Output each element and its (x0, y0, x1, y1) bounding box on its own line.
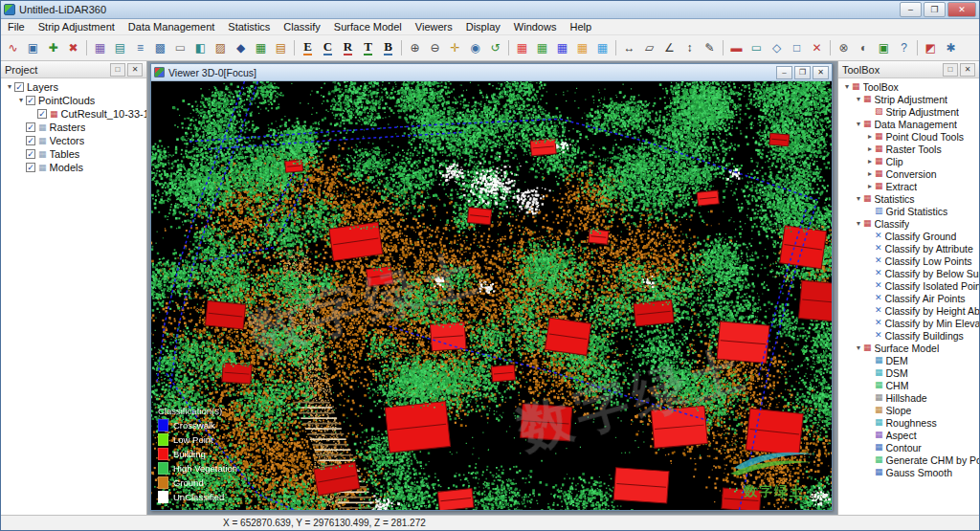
visibility-checkbox[interactable]: ✓ (26, 122, 35, 132)
collapsed-arrow-icon[interactable]: ▸ (865, 133, 875, 141)
snapshot-icon[interactable]: ▣ (874, 38, 894, 58)
measure-distance-icon[interactable]: ↔ (619, 38, 639, 58)
open-data-icon[interactable]: ▣ (23, 38, 43, 58)
new-viewer-icon[interactable]: ◩ (921, 38, 941, 58)
expanded-arrow-icon[interactable]: ▾ (854, 96, 863, 103)
panel-float-button[interactable]: □ (943, 63, 958, 77)
toolbox-item-classify-ground[interactable]: ✕Classify Ground (840, 230, 979, 242)
menu-display[interactable]: Display (459, 20, 507, 33)
project-item-tables[interactable]: ✓▦Tables (3, 147, 146, 161)
toolbox-item-classify-buildings[interactable]: ✕Classify Buildings (840, 329, 979, 342)
raster-icon[interactable]: ▤ (271, 38, 291, 58)
toolbox-item-chm[interactable]: ▦CHM (840, 379, 979, 391)
cube-view-icon[interactable]: ◧ (190, 38, 211, 58)
table-icon[interactable]: ▦ (90, 38, 110, 58)
collapsed-arrow-icon[interactable]: ▸ (865, 183, 875, 190)
render-elevation-icon[interactable]: E (298, 38, 318, 58)
toolbox-item-statistics[interactable]: ▾▦Statistics (840, 192, 979, 205)
toolbox-item-dsm[interactable]: ▦DSM (840, 366, 979, 379)
toolbox-item-classify-by-attribute[interactable]: ✕Classify by Attribute (840, 242, 979, 254)
display-by-return-icon[interactable]: ▦ (592, 38, 612, 58)
pick-point-icon[interactable]: ✎ (700, 38, 720, 58)
toolbox-item-classify-isolated-points[interactable]: ✕Classify Isolated Points (840, 279, 979, 292)
menu-windows[interactable]: Windows (507, 20, 564, 33)
expanded-arrow-icon[interactable]: ▾ (5, 83, 14, 91)
menu-data-management[interactable]: Data Management (122, 20, 222, 33)
toolbox-item-classify-by-height-above-ground[interactable]: ✕Classify by Height Above Ground (840, 304, 979, 317)
viewer-title-bar[interactable]: Viewer 3D-0[Focus] –❐✕ (151, 64, 832, 81)
toolbox-item-classify-by-min-elevation[interactable]: ✕Classify by Min Elevation (840, 317, 979, 329)
list-icon[interactable]: ≡ (130, 38, 150, 58)
visibility-checkbox[interactable]: ✓ (14, 82, 24, 92)
expanded-arrow-icon[interactable]: ▾ (854, 220, 863, 228)
render-rgb-icon[interactable]: R (338, 38, 358, 58)
camera-icon[interactable]: ◐ (854, 38, 874, 58)
measure-area-icon[interactable]: ▱ (639, 38, 659, 58)
link-viewers-icon[interactable]: ✱ (941, 38, 961, 58)
menu-surface-model[interactable]: Surface Model (327, 20, 409, 33)
expanded-arrow-icon[interactable]: ▾ (854, 121, 863, 128)
panel-float-button[interactable]: □ (110, 63, 125, 77)
display-by-rgb-icon[interactable]: ▦ (552, 38, 572, 58)
toolbox-item-strip-adjustment[interactable]: ▾▦Strip Adjustment (840, 93, 979, 105)
surface-icon[interactable]: ▦ (251, 38, 271, 58)
display-by-class-icon[interactable]: ▦ (532, 38, 552, 58)
viewer-minimize-button[interactable]: – (776, 66, 792, 79)
toolbox-item-classify[interactable]: ▾▦Classify (840, 217, 979, 230)
viewer-close-button[interactable]: ✕ (813, 66, 829, 79)
toolbox-item-roughness[interactable]: ▦Roughness (840, 416, 979, 429)
render-blend-icon[interactable]: B (378, 38, 398, 58)
toolbox-item-raster-tools[interactable]: ▸▦Raster Tools (840, 143, 979, 155)
add-data-icon[interactable]: ✚ (43, 38, 63, 58)
menu-help[interactable]: Help (563, 20, 598, 33)
toolbox-item-aspect[interactable]: ▦Aspect (840, 429, 979, 441)
project-item-rasters[interactable]: ✓▦Rasters (3, 121, 146, 134)
grid-icon[interactable]: ▩ (150, 38, 170, 58)
toolbox-item-clip[interactable]: ▸▦Clip (840, 155, 979, 167)
toolbox-item-strip-adjustment[interactable]: ▧Strip Adjustment (840, 105, 979, 118)
collapsed-arrow-icon[interactable]: ▸ (865, 170, 875, 178)
profile-tool-icon[interactable]: ▬ (726, 38, 746, 58)
toolbox-item-classify-by-below-surface[interactable]: ✕Classify by Below Surface (840, 267, 979, 279)
pan-icon[interactable]: ✛ (445, 38, 465, 58)
cross-section-icon[interactable]: ◆ (231, 38, 251, 58)
terrain-icon[interactable]: ▨ (211, 38, 231, 58)
expanded-arrow-icon[interactable]: ▾ (854, 344, 863, 352)
toolbox-item-toolbox[interactable]: ▾▦ToolBox (840, 80, 979, 93)
toolbox-item-surface-model[interactable]: ▾▦Surface Model (840, 342, 979, 354)
close-button[interactable]: ✕ (947, 2, 976, 17)
visibility-checkbox[interactable]: ✓ (26, 149, 35, 159)
toolbox-item-hillshade[interactable]: ▦Hillshade (840, 391, 979, 404)
project-item-vectors[interactable]: ✓▦Vectors (3, 134, 146, 147)
render-classification-icon[interactable]: C (318, 38, 338, 58)
zoom-out-icon[interactable]: ⊖ (425, 38, 445, 58)
select-rect-icon[interactable]: □ (787, 38, 807, 58)
maximize-button[interactable]: ❐ (924, 2, 946, 17)
expanded-arrow-icon[interactable]: ▾ (842, 83, 852, 91)
toolbox-item-conversion[interactable]: ▸▦Conversion (840, 167, 979, 180)
project-item-cutresult-10-33-10-lidata[interactable]: ✓▦CutResult_10-33-10.LiData (3, 107, 146, 121)
viewer-restore-button[interactable]: ❐ (794, 66, 811, 79)
toolbox-item-dem[interactable]: ▦DEM (840, 354, 979, 366)
full-extent-icon[interactable]: ◉ (465, 38, 485, 58)
menu-statistics[interactable]: Statistics (221, 20, 277, 33)
measure-height-icon[interactable]: ↕ (679, 38, 700, 58)
toolbox-item-extract[interactable]: ▸▦Extract (840, 180, 979, 192)
expanded-arrow-icon[interactable]: ▾ (854, 195, 863, 203)
project-item-layers[interactable]: ▾✓Layers (3, 80, 146, 94)
panel-close-button[interactable]: ✕ (960, 63, 975, 77)
project-item-pointclouds[interactable]: ▾✓PointClouds (3, 94, 146, 107)
visibility-checkbox[interactable]: ✓ (26, 96, 35, 105)
point-cloud-viewport[interactable] (151, 81, 832, 510)
toolbox-item-gauss-smooth[interactable]: ▦Gauss Smooth (840, 466, 979, 478)
toolbox-item-slope[interactable]: ▦Slope (840, 404, 979, 416)
menu-classify[interactable]: Classify (277, 20, 327, 33)
refresh-icon[interactable]: ↺ (485, 38, 505, 58)
toolbox-item-classify-air-points[interactable]: ✕Classify Air Points (840, 292, 979, 304)
display-by-elevation-icon[interactable]: ▦ (512, 38, 532, 58)
visibility-checkbox[interactable]: ✓ (26, 163, 35, 172)
window-layout-icon[interactable]: ▭ (170, 38, 190, 58)
select-polygon-icon[interactable]: ◇ (767, 38, 787, 58)
section-view-icon[interactable]: ▭ (746, 38, 767, 58)
menu-strip-adjustment[interactable]: Strip Adjustment (32, 20, 122, 33)
